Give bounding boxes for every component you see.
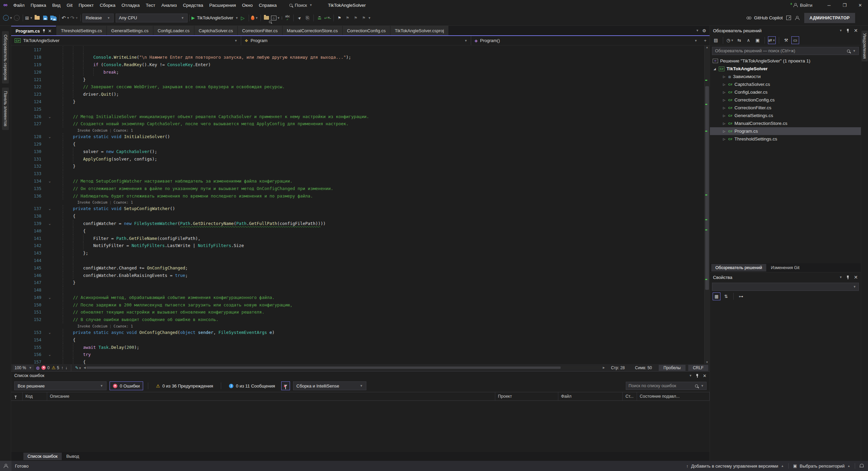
search-box[interactable]: Поиск ▼ [289,3,312,8]
code-line[interactable]: 120break; [11,68,704,76]
fold-chevron-icon[interactable]: ⌄ [43,207,56,210]
maximize-button[interactable]: ❐ [837,0,852,10]
zoom-dropdown[interactable]: 100 %▼ [13,365,34,371]
side-tab[interactable]: Обозреватель серверов [2,31,9,83]
code-line[interactable]: 131ApplyConfig(solver, configs); [11,155,704,163]
configuration-dropdown[interactable]: Release▼ [82,14,114,22]
code-line[interactable]: 136// Наблюдатель будет отслеживать изме… [11,192,704,200]
hscrollbar-thumb[interactable] [86,366,561,369]
close-icon[interactable]: ✕ [48,29,52,34]
collapsed-arrow-icon[interactable]: ▷ [722,114,726,117]
split-window-button[interactable]: + [701,36,710,45]
gear-icon[interactable]: ⚙ [702,28,706,33]
codelens-invoke-link[interactable]: Invoke Codeium [77,200,108,204]
error-source-dropdown[interactable]: Сборка и IntelliSense▼ [293,381,366,390]
side-tab[interactable]: Панель элементов [2,88,9,130]
code-line[interactable]: 122// Завершает сессию WebDriver, закрыв… [11,83,704,91]
fold-chevron-icon[interactable]: ⌄ [43,296,56,299]
code-line[interactable]: 142NotifyFilter = NotifyFilters.LastWrit… [11,242,704,249]
scrollbar-thumb[interactable] [705,86,709,290]
tree-item-ThresholdSettings.cs[interactable]: ▷C#ThresholdSettings.cs [710,135,861,143]
show-all-files-button[interactable]: ▣ [754,36,761,44]
fold-chevron-icon[interactable]: ⌄ [43,353,56,356]
pin-icon[interactable] [696,374,699,378]
expanded-arrow-icon[interactable]: ◢ [713,67,717,71]
close-icon[interactable]: ✕ [854,28,858,33]
code-line[interactable]: 141Filter = Path.GetFileName(configFileP… [11,234,704,242]
save-all-button[interactable] [50,14,57,22]
save-button[interactable] [42,14,49,22]
code-line[interactable]: 126⌄// Метод InitializeSolver инициализи… [11,113,704,120]
document-tab[interactable]: CorrectionConfig.cs [343,26,390,35]
tree-item-ConfigLoader.cs[interactable]: ▷C#ConfigLoader.cs [710,88,861,96]
collapsed-arrow-icon[interactable]: ▷ [722,91,726,94]
cursor-select-button[interactable]: ➤ [296,14,303,22]
fold-chevron-icon[interactable]: ⌄ [43,115,56,118]
platform-dropdown[interactable]: Any CPU▼ [116,14,188,22]
column-header-Код[interactable]: Код [23,392,47,400]
menu-item[interactable]: Расширения [206,1,239,10]
start-without-debugging-button[interactable]: ▷ [239,14,247,22]
codelens-references-link[interactable]: Ссылок: 1 [114,128,133,132]
solution-explorer-search-input[interactable]: Обозреватель решений — поиск (Ctrl+ж) ▼ [712,47,859,55]
error-list-search-input[interactable]: Поиск по списку ошибок ▼ [626,382,707,390]
undo-button[interactable]: ↶▼ [62,14,70,22]
code-line[interactable]: 129{ [11,140,704,148]
open-folder-button[interactable] [34,14,41,22]
properties-wrench-button[interactable]: ⚒ [782,36,790,44]
collapsed-arrow-icon[interactable]: ▷ [722,137,726,141]
collapsed-arrow-icon[interactable]: ▷ [722,122,726,125]
panel-menu-chevron-icon[interactable]: ▼ [689,374,692,377]
code-editor[interactable]: 117118Console.WriteLine("\n Нажмите Ente… [11,45,710,364]
fold-chevron-icon[interactable]: ⌄ [43,135,56,138]
collapsed-arrow-icon[interactable]: ▷ [722,98,726,102]
spell-check-button[interactable]: abc✓ [284,14,291,22]
start-debugging-button[interactable]: ▶ TikTokAngleSolver ▼ [192,14,238,22]
code-line[interactable]: 135// Он отслеживает изменения в файле п… [11,185,704,192]
document-tab[interactable]: ThresholdSettings.cs [56,26,106,35]
code-line[interactable]: 118Console.WriteLine("\n Нажмите Enter д… [11,54,704,61]
menu-item[interactable]: Окно [239,1,256,10]
collapsed-arrow-icon[interactable]: ▷ [722,130,726,133]
code-line[interactable]: 156⌄try [11,351,704,358]
bookmark-clear-button[interactable]: ⚑ [360,14,368,22]
add-to-source-control-button[interactable]: ↑ Добавить в систему управления версиями… [682,461,788,471]
document-tab[interactable]: TikTokAngleSolver.csproj [390,26,448,35]
side-tab[interactable]: Уведомления [862,31,868,61]
document-tab[interactable]: Program.cs✕ [11,26,56,35]
sign-in-button[interactable]: + Войти [790,3,812,8]
code-line[interactable]: 124} [11,98,704,106]
code-line[interactable]: 157{ [11,358,704,364]
code-line[interactable]: 151// обновляет текущие настройки и вызы… [11,308,704,316]
hot-reload-button[interactable]: ▼ [251,14,258,22]
errors-filter-button[interactable]: ✕ 0 Ошибки [110,381,143,390]
codelens-references-link[interactable]: Ссылок: 1 [114,200,133,204]
code-line[interactable]: 149⌄// Асинхронный метод, обрабатывающий… [11,294,704,301]
spaces-mode-button[interactable]: Пробелы [659,365,686,371]
collapsed-arrow-icon[interactable]: ▷ [722,83,726,86]
code-line[interactable]: 155await Task.Delay(200); [11,343,704,351]
tab-list-chevron-icon[interactable]: ▼ [696,29,699,32]
panel-menu-chevron-icon[interactable]: ▼ [839,29,842,32]
navigate-back-button[interactable]: ←▼ [3,14,13,22]
solution-root-node[interactable]: ∞Решение "TikTokAngleSolver" (1 проекта … [710,57,861,65]
pin-icon[interactable] [847,276,849,279]
code-line[interactable]: 134⌄// Метод SetupConfigWatcher настраив… [11,177,704,185]
code-line[interactable]: 153⌄private static async void OnConfigCh… [11,329,704,336]
new-file-button[interactable]: ⊞▼ [25,14,33,22]
pending-changes-filter-button[interactable]: ◷▼ [726,36,734,44]
code-line[interactable]: 148 [11,286,704,294]
bookmark-toggle-button[interactable]: ⚑ [336,14,343,22]
column-header-Файл[interactable]: Файл [558,392,623,400]
error-indicator[interactable]: ✕ 0 [41,365,50,370]
code-line[interactable]: 152// В случае ошибки выводит сообщение … [11,316,704,323]
menu-item[interactable]: Проект [76,1,97,10]
navigate-home-button[interactable]: ⌂▼ [271,14,280,22]
feedback-button[interactable] [0,461,12,471]
code-line[interactable]: 147} [11,279,704,286]
tree-item-CaptchaSolver.cs[interactable]: ▷C#CaptchaSolver.cs [710,80,861,88]
column-header-Описание[interactable]: Описание [47,392,495,400]
collapsed-arrow-icon[interactable]: ▷ [722,75,726,78]
navigate-forward-button[interactable]: → [13,14,21,22]
close-button[interactable]: ✕ [852,0,868,10]
